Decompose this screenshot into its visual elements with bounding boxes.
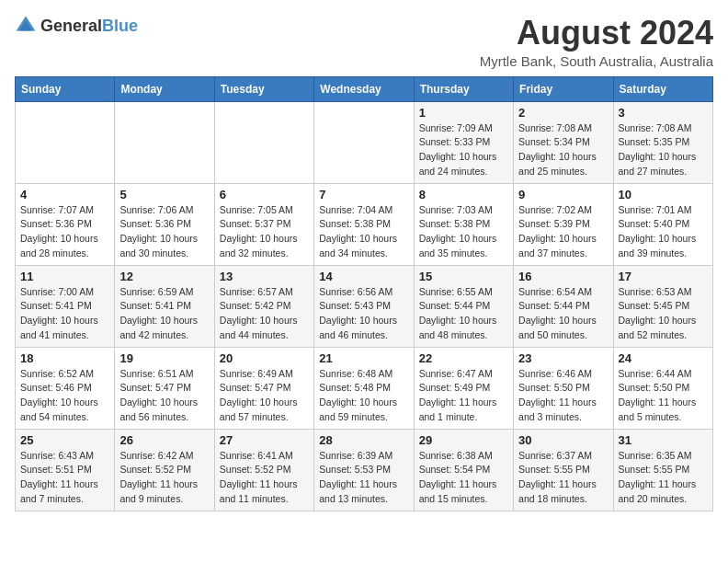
calendar-cell: 21Sunrise: 6:48 AMSunset: 5:48 PMDayligh… bbox=[314, 347, 414, 429]
day-number: 3 bbox=[619, 106, 708, 120]
calendar-cell: 9Sunrise: 7:02 AMSunset: 5:39 PMDaylight… bbox=[514, 183, 613, 265]
calendar-cell: 17Sunrise: 6:53 AMSunset: 5:45 PMDayligh… bbox=[613, 265, 712, 347]
calendar-cell: 5Sunrise: 7:06 AMSunset: 5:36 PMDaylight… bbox=[115, 183, 214, 265]
day-info: Sunrise: 6:47 AMSunset: 5:49 PMDaylight:… bbox=[419, 367, 508, 425]
calendar-cell: 11Sunrise: 7:00 AMSunset: 5:41 PMDayligh… bbox=[16, 265, 115, 347]
title-block: August 2024 Myrtle Bank, South Australia… bbox=[480, 15, 713, 69]
day-info: Sunrise: 6:38 AMSunset: 5:54 PMDaylight:… bbox=[419, 449, 508, 507]
calendar-cell: 23Sunrise: 6:46 AMSunset: 5:50 PMDayligh… bbox=[514, 347, 613, 429]
calendar-cell: 28Sunrise: 6:39 AMSunset: 5:53 PMDayligh… bbox=[314, 429, 414, 511]
day-info: Sunrise: 6:53 AMSunset: 5:45 PMDaylight:… bbox=[619, 285, 708, 343]
day-info: Sunrise: 7:01 AMSunset: 5:40 PMDaylight:… bbox=[619, 203, 708, 261]
day-info: Sunrise: 6:57 AMSunset: 5:42 PMDaylight:… bbox=[220, 285, 309, 343]
day-number: 7 bbox=[319, 188, 408, 201]
page-header: GeneralBlue August 2024 Myrtle Bank, Sou… bbox=[15, 15, 713, 69]
calendar-cell: 14Sunrise: 6:56 AMSunset: 5:43 PMDayligh… bbox=[314, 265, 414, 347]
day-info: Sunrise: 6:41 AMSunset: 5:52 PMDaylight:… bbox=[220, 449, 309, 507]
day-number: 19 bbox=[119, 351, 209, 365]
calendar-cell: 18Sunrise: 6:52 AMSunset: 5:46 PMDayligh… bbox=[16, 347, 115, 429]
day-number: 18 bbox=[20, 351, 109, 365]
calendar-cell bbox=[314, 101, 414, 183]
header-friday: Friday bbox=[514, 76, 613, 101]
calendar-table: SundayMondayTuesdayWednesdayThursdayFrid… bbox=[15, 76, 713, 511]
day-number: 20 bbox=[220, 351, 309, 365]
day-number: 30 bbox=[518, 433, 608, 447]
calendar-cell bbox=[115, 101, 214, 183]
day-info: Sunrise: 6:35 AMSunset: 5:55 PMDaylight:… bbox=[619, 449, 708, 507]
week-row-2: 11Sunrise: 7:00 AMSunset: 5:41 PMDayligh… bbox=[16, 265, 713, 347]
day-number: 13 bbox=[220, 270, 309, 283]
calendar-cell: 2Sunrise: 7:08 AMSunset: 5:34 PMDaylight… bbox=[514, 101, 613, 183]
logo: GeneralBlue bbox=[15, 15, 138, 37]
day-number: 17 bbox=[619, 270, 708, 283]
calendar-cell: 31Sunrise: 6:35 AMSunset: 5:55 PMDayligh… bbox=[613, 429, 712, 511]
day-number: 16 bbox=[518, 270, 608, 283]
calendar-cell: 6Sunrise: 7:05 AMSunset: 5:37 PMDaylight… bbox=[214, 183, 313, 265]
header-wednesday: Wednesday bbox=[314, 76, 414, 101]
day-info: Sunrise: 7:03 AMSunset: 5:38 PMDaylight:… bbox=[419, 203, 508, 261]
calendar-cell bbox=[16, 101, 115, 183]
day-info: Sunrise: 6:52 AMSunset: 5:46 PMDaylight:… bbox=[20, 367, 109, 425]
day-info: Sunrise: 6:43 AMSunset: 5:51 PMDaylight:… bbox=[20, 449, 109, 507]
calendar-cell: 10Sunrise: 7:01 AMSunset: 5:40 PMDayligh… bbox=[613, 183, 712, 265]
day-number: 26 bbox=[119, 433, 209, 447]
day-number: 24 bbox=[619, 351, 708, 365]
header-thursday: Thursday bbox=[414, 76, 513, 101]
day-info: Sunrise: 7:07 AMSunset: 5:36 PMDaylight:… bbox=[20, 203, 109, 261]
day-number: 27 bbox=[220, 433, 309, 447]
calendar-cell: 16Sunrise: 6:54 AMSunset: 5:44 PMDayligh… bbox=[514, 265, 613, 347]
header-saturday: Saturday bbox=[613, 76, 712, 101]
day-info: Sunrise: 6:54 AMSunset: 5:44 PMDaylight:… bbox=[518, 285, 608, 343]
calendar-header-row: SundayMondayTuesdayWednesdayThursdayFrid… bbox=[16, 76, 713, 101]
calendar-cell: 15Sunrise: 6:55 AMSunset: 5:44 PMDayligh… bbox=[414, 265, 513, 347]
calendar-cell: 3Sunrise: 7:08 AMSunset: 5:35 PMDaylight… bbox=[613, 101, 712, 183]
day-info: Sunrise: 6:42 AMSunset: 5:52 PMDaylight:… bbox=[119, 449, 209, 507]
day-number: 21 bbox=[319, 351, 408, 365]
day-info: Sunrise: 7:00 AMSunset: 5:41 PMDaylight:… bbox=[20, 285, 109, 343]
main-title: August 2024 bbox=[480, 15, 713, 52]
day-number: 29 bbox=[419, 433, 508, 447]
calendar-cell: 25Sunrise: 6:43 AMSunset: 5:51 PMDayligh… bbox=[16, 429, 115, 511]
day-info: Sunrise: 6:48 AMSunset: 5:48 PMDaylight:… bbox=[319, 367, 408, 425]
day-info: Sunrise: 6:46 AMSunset: 5:50 PMDaylight:… bbox=[518, 367, 608, 425]
subtitle: Myrtle Bank, South Australia, Australia bbox=[480, 53, 713, 69]
day-number: 11 bbox=[20, 270, 109, 283]
day-info: Sunrise: 6:37 AMSunset: 5:55 PMDaylight:… bbox=[518, 449, 608, 507]
calendar-cell: 30Sunrise: 6:37 AMSunset: 5:55 PMDayligh… bbox=[514, 429, 613, 511]
calendar-cell: 19Sunrise: 6:51 AMSunset: 5:47 PMDayligh… bbox=[115, 347, 214, 429]
day-info: Sunrise: 7:04 AMSunset: 5:38 PMDaylight:… bbox=[319, 203, 408, 261]
day-info: Sunrise: 6:49 AMSunset: 5:47 PMDaylight:… bbox=[220, 367, 309, 425]
calendar-cell: 20Sunrise: 6:49 AMSunset: 5:47 PMDayligh… bbox=[214, 347, 313, 429]
day-info: Sunrise: 6:55 AMSunset: 5:44 PMDaylight:… bbox=[419, 285, 508, 343]
logo-icon bbox=[15, 15, 37, 37]
day-number: 4 bbox=[20, 188, 109, 201]
day-info: Sunrise: 6:51 AMSunset: 5:47 PMDaylight:… bbox=[119, 367, 209, 425]
day-info: Sunrise: 7:08 AMSunset: 5:34 PMDaylight:… bbox=[518, 121, 608, 179]
day-number: 6 bbox=[220, 188, 309, 201]
header-tuesday: Tuesday bbox=[214, 76, 313, 101]
day-number: 1 bbox=[419, 106, 508, 120]
day-number: 8 bbox=[419, 188, 508, 201]
day-info: Sunrise: 6:39 AMSunset: 5:53 PMDaylight:… bbox=[319, 449, 408, 507]
day-number: 25 bbox=[20, 433, 109, 447]
day-number: 23 bbox=[518, 351, 608, 365]
header-sunday: Sunday bbox=[16, 76, 115, 101]
day-number: 2 bbox=[518, 106, 608, 120]
day-info: Sunrise: 6:59 AMSunset: 5:41 PMDaylight:… bbox=[119, 285, 209, 343]
calendar-cell: 29Sunrise: 6:38 AMSunset: 5:54 PMDayligh… bbox=[414, 429, 513, 511]
day-number: 31 bbox=[619, 433, 708, 447]
day-number: 10 bbox=[619, 188, 708, 201]
calendar-cell: 7Sunrise: 7:04 AMSunset: 5:38 PMDaylight… bbox=[314, 183, 414, 265]
day-info: Sunrise: 7:05 AMSunset: 5:37 PMDaylight:… bbox=[220, 203, 309, 261]
logo-text-blue: Blue bbox=[102, 17, 138, 35]
header-monday: Monday bbox=[115, 76, 214, 101]
calendar-cell: 27Sunrise: 6:41 AMSunset: 5:52 PMDayligh… bbox=[214, 429, 313, 511]
calendar-cell: 4Sunrise: 7:07 AMSunset: 5:36 PMDaylight… bbox=[16, 183, 115, 265]
calendar-cell: 1Sunrise: 7:09 AMSunset: 5:33 PMDaylight… bbox=[414, 101, 513, 183]
day-info: Sunrise: 6:44 AMSunset: 5:50 PMDaylight:… bbox=[619, 367, 708, 425]
week-row-1: 4Sunrise: 7:07 AMSunset: 5:36 PMDaylight… bbox=[16, 183, 713, 265]
logo-text-general: General bbox=[40, 17, 102, 35]
calendar-cell bbox=[214, 101, 313, 183]
day-number: 9 bbox=[518, 188, 608, 201]
day-number: 12 bbox=[119, 270, 209, 283]
